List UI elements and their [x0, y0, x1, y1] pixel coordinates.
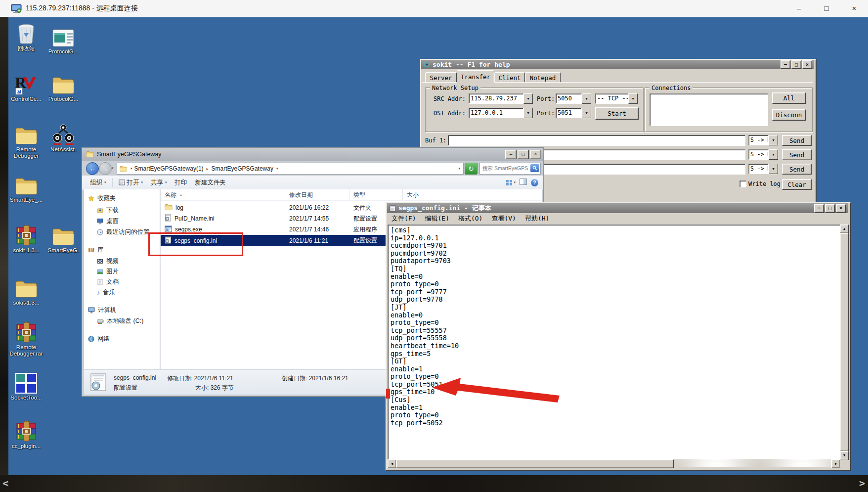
explorer-titlebar[interactable]: SmartEyeGPSGateway – □ ×	[82, 148, 543, 161]
toolbar-open[interactable]: 打开 ▾	[115, 177, 147, 188]
tab-transfer[interactable]: Transfer	[457, 70, 494, 84]
chevron-down-icon[interactable]: ▼	[582, 93, 591, 104]
column-header-name[interactable]: 名称 ▲	[161, 189, 285, 200]
desktop-icon-controlcenter[interactable]: R ControlCe...	[6, 72, 46, 102]
scroll-left-icon[interactable]: ◀	[388, 459, 396, 468]
desktop-icon-remote-debugger-rar[interactable]: Remote Debugger.rar	[6, 320, 46, 357]
chevron-down-icon[interactable]: ▼	[523, 93, 533, 104]
buf1-direction-combo[interactable]: S -> D ▼	[748, 135, 778, 145]
connections-listbox[interactable]	[650, 93, 768, 126]
disconn-button[interactable]: Disconn	[772, 109, 806, 121]
desktop-icon-smarteyeg-folder[interactable]: SmartEyeG.	[43, 224, 84, 254]
chevron-down-icon[interactable]: ▼	[582, 108, 591, 118]
desktop-icon-sokit-folder[interactable]: sokit-1.3...	[6, 276, 46, 306]
search-input[interactable]: 搜索 SmartEyeGPSGateway	[479, 163, 541, 175]
breadcrumb-item[interactable]: SmartEyeGPSGateway(1)	[134, 165, 204, 172]
rdp-horizontal-scroll-strip[interactable]	[0, 475, 868, 492]
explorer-close-button[interactable]: ×	[530, 150, 541, 159]
desktop-icon-cc-plugin-rar[interactable]: cc_plugin...	[6, 419, 46, 449]
help-button[interactable]: ?	[531, 179, 538, 186]
menu-file[interactable]: 文件(F)	[387, 213, 420, 224]
desktop-icon-protocolg-app[interactable]: ProtocolG...	[43, 25, 84, 55]
chevron-down-icon[interactable]: ▼	[769, 135, 778, 145]
sidebar-item-libraries[interactable]: 库	[88, 246, 104, 254]
buf2-direction-combo[interactable]: S -> D ▼	[748, 149, 778, 160]
sidebar-item-documents[interactable]: 文档	[97, 278, 119, 286]
toolbar-organize[interactable]: 组织 ▾	[86, 177, 110, 188]
buf3-send-button[interactable]: Send	[782, 164, 812, 175]
rdp-scroll-left-icon[interactable]: <	[2, 477, 8, 489]
forward-button[interactable]: →	[99, 162, 112, 175]
sidebar-item-computer[interactable]: 计算机	[88, 306, 117, 314]
desktop-icon-recycle-bin[interactable]: 回收站	[6, 22, 46, 52]
chevron-down-icon[interactable]: ▼	[769, 149, 778, 160]
rdp-maximize-button[interactable]: □	[813, 0, 840, 16]
notepad-text-area[interactable]: [cms] ip=127.0.0.1 cucmdport=9701 pucmdp…	[388, 224, 840, 460]
vertical-scrollbar[interactable]: ▲ ▼	[840, 224, 848, 459]
desktop-icon-netassist[interactable]: NetAssist.	[43, 123, 84, 153]
sokit-minimize-button[interactable]: –	[781, 60, 790, 69]
sokit-close-button[interactable]: ×	[802, 60, 812, 69]
desktop-icon-remote-debugger-folder[interactable]: Remote Debugger	[6, 123, 46, 159]
horizontal-scroll-thumb[interactable]	[396, 459, 674, 468]
column-header-type[interactable]: 类型	[349, 189, 403, 200]
breadcrumb-item[interactable]: SmartEyeGPSGateway	[212, 165, 273, 172]
menu-view[interactable]: 查看(V)	[487, 213, 520, 224]
views-button[interactable]: ▾	[506, 179, 516, 186]
chevron-down-icon[interactable]: ▾	[130, 167, 132, 171]
explorer-maximize-button[interactable]: □	[518, 150, 529, 159]
history-dropdown-icon[interactable]: ▾	[112, 166, 114, 170]
protocol-combo[interactable]: -- TCP -- ▼	[595, 93, 638, 104]
rdp-scroll-right-icon[interactable]: >	[859, 477, 865, 489]
all-button[interactable]: All	[772, 92, 806, 104]
desktop-icon-sockettool[interactable]: SocketToo...	[6, 371, 46, 401]
chevron-down-icon[interactable]: ▼	[628, 93, 638, 104]
sidebar-item-network[interactable]: 网络	[88, 335, 110, 343]
tab-notepad[interactable]: Notepad	[525, 72, 561, 83]
src-addr-combo[interactable]: 115.28.79.237 ▼	[469, 93, 533, 104]
address-dropdown-icon[interactable]: ▾	[458, 167, 460, 171]
scroll-up-icon[interactable]: ▲	[840, 224, 849, 233]
explorer-minimize-button[interactable]: –	[505, 150, 517, 159]
chevron-down-icon[interactable]: ▼	[769, 164, 778, 174]
desktop-icon-sokit-rar[interactable]: sokit-1.3...	[6, 224, 46, 254]
breadcrumb[interactable]: ▾ SmartEyeGPSGateway(1) ▸ SmartEyeGPSGat…	[117, 163, 464, 175]
notepad-titlebar[interactable]: segps_config.ini - 记事本 – □ ×	[387, 203, 848, 213]
sidebar-item-desktop[interactable]: 桌面	[97, 217, 119, 225]
desktop-icon-smarteye-folder[interactable]: SmartEye_...	[6, 173, 46, 203]
start-button[interactable]: Start	[595, 107, 639, 120]
preview-pane-button[interactable]	[520, 178, 527, 187]
write-log-checkbox[interactable]	[739, 180, 746, 187]
sidebar-item-favorites[interactable]: 收藏夹	[88, 194, 116, 203]
search-icon[interactable]	[530, 164, 539, 172]
sokit-maximize-button[interactable]: □	[791, 60, 801, 69]
desktop-icon-protocolg-folder[interactable]: ProtocolG...	[43, 72, 84, 102]
vertical-scroll-thumb[interactable]	[840, 233, 849, 451]
sidebar-item-pictures[interactable]: 图片	[97, 268, 119, 276]
menu-edit[interactable]: 编辑(E)	[420, 213, 453, 224]
sokit-titlebar[interactable]: sokit -- F1 for help – □ ×	[421, 60, 814, 69]
rdp-titlebar[interactable]: 115.28.79.237:11888 - 远程桌面连接 – □ ×	[0, 0, 868, 17]
dst-port-combo[interactable]: 5051 ▼	[556, 108, 591, 118]
chevron-down-icon[interactable]: ▼	[523, 108, 533, 118]
toolbar-print[interactable]: 打印	[171, 177, 191, 188]
rdp-minimize-button[interactable]: –	[785, 0, 813, 16]
menu-format[interactable]: 格式(O)	[454, 213, 487, 224]
buf3-direction-combo[interactable]: S -> D ▼	[748, 164, 778, 174]
sidebar-item-videos[interactable]: 视频	[97, 257, 119, 266]
breadcrumb-separator-icon[interactable]: ▸	[207, 167, 209, 171]
sidebar-item-music[interactable]: ♪ 音乐	[97, 288, 115, 297]
horizontal-scrollbar[interactable]: ◀ ▶	[388, 459, 839, 467]
notepad-maximize-button[interactable]: □	[825, 204, 835, 213]
notepad-close-button[interactable]: ×	[836, 204, 846, 213]
chevron-down-icon[interactable]: ▾	[276, 167, 278, 171]
clear-button[interactable]: Clear	[782, 179, 812, 190]
column-header-size[interactable]: 大小	[403, 189, 462, 200]
sidebar-item-downloads[interactable]: 下载	[97, 206, 119, 215]
tab-server[interactable]: Server	[425, 72, 457, 83]
src-port-combo[interactable]: 5050 ▼	[556, 93, 591, 104]
dst-addr-combo[interactable]: 127.0.0.1 ▼	[469, 108, 533, 118]
buf1-input[interactable]	[448, 135, 745, 146]
sidebar-item-recent-places[interactable]: 最近访问的位置	[97, 228, 150, 236]
menu-help[interactable]: 帮助(H)	[521, 213, 554, 224]
